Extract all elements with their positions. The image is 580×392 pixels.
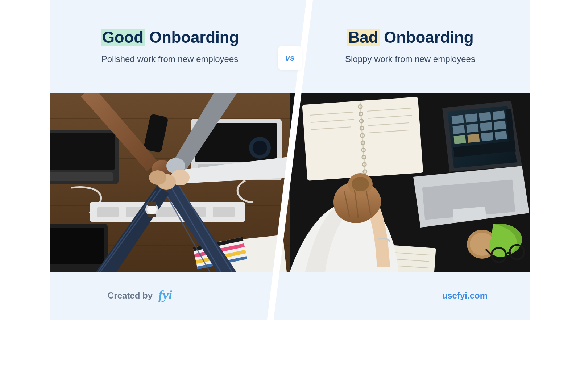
svg-rect-67 — [493, 110, 505, 120]
fyi-logo: fyi — [158, 287, 172, 303]
title-good: Good Onboarding — [50, 28, 290, 46]
svg-point-97 — [352, 177, 369, 191]
svg-point-41 — [149, 170, 166, 185]
footer: Created by fyi usefyi.com — [50, 272, 530, 320]
header-good: Good Onboarding Polished work from new e… — [50, 0, 290, 93]
svg-point-34 — [147, 205, 157, 214]
image-bad — [290, 93, 530, 272]
svg-point-27 — [253, 141, 267, 155]
highlight-bad: Bad — [347, 29, 380, 46]
svg-rect-64 — [452, 115, 464, 124]
svg-rect-72 — [453, 135, 466, 144]
svg-rect-13 — [50, 172, 113, 181]
subtitle-good: Polished work from new employees — [101, 53, 239, 66]
title-bad: Bad Onboarding — [290, 28, 530, 46]
vs-badge: vs — [278, 46, 302, 70]
title-rest-good: Onboarding — [145, 28, 239, 46]
title-rest-bad: Onboarding — [380, 28, 473, 46]
svg-rect-12 — [50, 133, 115, 170]
highlight-good: Good — [101, 29, 145, 46]
vs-label: vs — [285, 53, 294, 63]
svg-rect-70 — [480, 122, 492, 131]
created-by: Created by fyi — [108, 288, 172, 303]
created-by-label: Created by — [108, 291, 153, 301]
site-url: usefyi.com — [442, 291, 488, 301]
svg-rect-18 — [50, 228, 104, 264]
svg-rect-68 — [452, 125, 465, 134]
svg-rect-35 — [148, 202, 156, 206]
image-good — [50, 93, 290, 272]
svg-rect-75 — [495, 131, 507, 140]
svg-rect-36 — [148, 214, 156, 217]
comparison-card: Good Onboarding Polished work from new e… — [50, 0, 530, 320]
svg-rect-74 — [481, 132, 493, 141]
svg-rect-69 — [466, 124, 478, 133]
svg-rect-71 — [494, 121, 506, 130]
subtitle-bad: Sloppy work from new employees — [341, 53, 479, 66]
header-bad: Bad Onboarding Sloppy work from new empl… — [290, 0, 530, 93]
svg-rect-73 — [467, 134, 480, 143]
svg-rect-6 — [97, 207, 119, 217]
svg-rect-10 — [213, 207, 235, 217]
svg-rect-66 — [479, 112, 491, 121]
svg-rect-65 — [465, 113, 477, 122]
